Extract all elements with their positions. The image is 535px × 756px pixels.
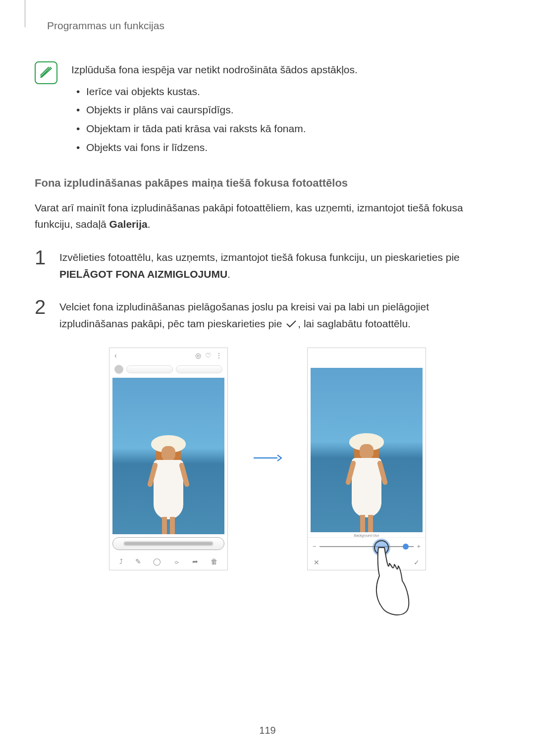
finger-gesture-icon bbox=[363, 539, 417, 625]
trash-icon[interactable]: 🗑 bbox=[211, 557, 217, 565]
body-pre: Varat arī mainīt fona izpludināšanas pak… bbox=[35, 202, 463, 230]
pill-button[interactable] bbox=[126, 365, 173, 373]
step1-pre: Izvēlieties fotoattēlu, kas uzņemts, izm… bbox=[59, 252, 460, 263]
note-item: Ierīce vai objekts kustas. bbox=[86, 82, 358, 101]
photo-preview bbox=[311, 368, 423, 532]
arrow-icon bbox=[253, 453, 282, 465]
note-block: Izplūduša fona iespēja var netikt nodroš… bbox=[35, 61, 500, 157]
edit-icon[interactable]: ✎ bbox=[135, 557, 141, 565]
note-item: Objektam ir tāda pati krāsa vai raksts k… bbox=[86, 119, 358, 138]
step-2: 2 Velciet fona izpludināšanas pielāgošan… bbox=[35, 297, 500, 333]
phone-screenshot-left: ‹ ◎ ♡ ⋮ bbox=[109, 348, 228, 570]
section-heading: Fona izpludināšanas pakāpes maiņa tiešā … bbox=[35, 177, 500, 190]
section-body: Varat arī mainīt fona izpludināšanas pak… bbox=[35, 200, 500, 233]
avatar-icon bbox=[114, 365, 123, 374]
back-icon[interactable]: ‹ bbox=[114, 352, 117, 359]
note-icon bbox=[35, 61, 57, 84]
step-number: 2 bbox=[35, 297, 50, 317]
step2-post: , lai saglabātu fotoattēlu. bbox=[298, 318, 411, 329]
phone-screenshot-right: Background blur − + ✕ ✓ bbox=[307, 348, 426, 570]
heart-icon[interactable]: ♡ bbox=[205, 352, 212, 359]
circle-icon[interactable]: ◯ bbox=[153, 557, 161, 565]
step-1: 1 Izvēlieties fotoattēlu, kas uzņemts, i… bbox=[35, 248, 500, 282]
tag-icon[interactable]: ⪧ bbox=[173, 557, 180, 565]
share-icon[interactable]: ⤴ bbox=[119, 557, 123, 565]
screenshots-row: ‹ ◎ ♡ ⋮ bbox=[35, 348, 500, 570]
step1-bold: PIELĀGOT FONA AIZMIGLOJUMU bbox=[59, 268, 227, 280]
slider-minus: − bbox=[313, 543, 317, 550]
page-number: 119 bbox=[0, 725, 535, 736]
slider-plus: + bbox=[417, 543, 421, 550]
photo-preview bbox=[112, 378, 224, 534]
page-header: Programmas un funkcijas bbox=[35, 20, 500, 32]
step1-post: . bbox=[227, 268, 230, 280]
note-item: Objekts ir plāns vai caurspīdīgs. bbox=[86, 101, 358, 119]
body-post: . bbox=[148, 218, 151, 230]
view-icon[interactable]: ◎ bbox=[195, 352, 201, 359]
note-item: Objekts vai fons ir līdzens. bbox=[86, 138, 358, 157]
body-bold: Galerija bbox=[109, 218, 148, 230]
send-icon[interactable]: ➦ bbox=[192, 557, 198, 565]
slider-label: Background blur bbox=[308, 532, 426, 537]
check-icon bbox=[286, 316, 297, 333]
pill-button[interactable] bbox=[176, 365, 222, 373]
cancel-icon[interactable]: ✕ bbox=[314, 558, 320, 566]
note-intro: Izplūduša fona iespēja var netikt nodroš… bbox=[71, 61, 358, 78]
step-number: 1 bbox=[35, 248, 50, 267]
side-rule bbox=[25, 0, 25, 27]
adjust-blur-button[interactable] bbox=[112, 537, 224, 550]
more-icon[interactable]: ⋮ bbox=[215, 352, 222, 359]
